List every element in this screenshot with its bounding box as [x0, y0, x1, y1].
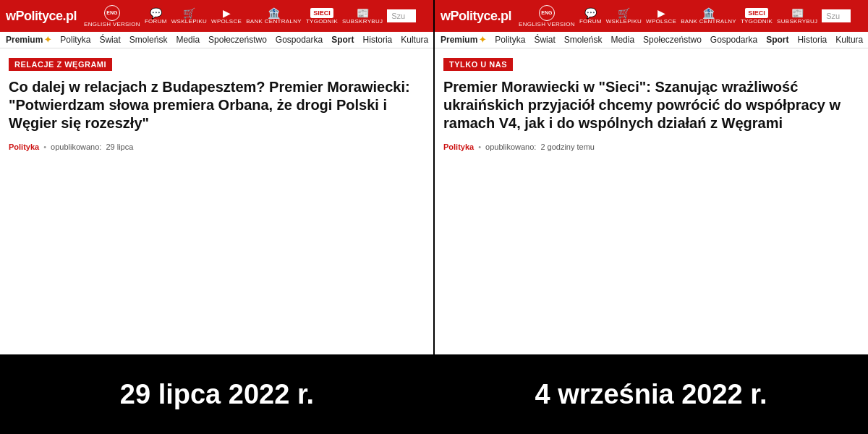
- right-eng-icon: ENG: [539, 5, 555, 21]
- right-sieci-badge: SIECI: [745, 8, 768, 18]
- right-nav-swiat[interactable]: Świat: [534, 35, 555, 45]
- play-icon: ▶: [223, 8, 231, 18]
- left-content: RELACJE Z WĘGRAMI Co dalej w relacjach z…: [0, 48, 433, 354]
- left-nav-media[interactable]: Media: [176, 35, 200, 45]
- left-nav-subscribe[interactable]: 📰 SUBSKRYBUJ: [342, 8, 383, 25]
- right-search-input[interactable]: [822, 9, 851, 22]
- right-nav-wpolsce[interactable]: ▶ WPOLSCE: [646, 8, 676, 25]
- main-container: wPolityce.pl ENG ENGLISH VERSION 💬 FORUM…: [0, 0, 868, 434]
- labels-row: 29 lipca 2022 r. 4 września 2022 r.: [0, 354, 868, 434]
- right-date-label: 4 września 2022 r.: [535, 379, 767, 410]
- right-nav-kultura[interactable]: Kultura: [835, 35, 863, 45]
- right-shop-icon: 🛒: [618, 8, 630, 18]
- shop-icon: 🛒: [183, 8, 195, 18]
- right-article-category[interactable]: Polityka: [443, 142, 474, 151]
- left-nav-bank[interactable]: 🏦 BANK CENTRALNY: [246, 8, 302, 25]
- left-nav-swiat[interactable]: Świat: [99, 35, 120, 45]
- left-nav-smolensk[interactable]: Smoleńsk: [129, 35, 168, 45]
- left-premium-nav[interactable]: Premium ✦: [6, 35, 51, 45]
- right-nav-polityka[interactable]: Polityka: [495, 35, 525, 45]
- left-nav-spoleczenstwo[interactable]: Społeczeństwo: [208, 35, 267, 45]
- left-nav-sport[interactable]: Sport: [331, 35, 354, 45]
- left-article-date: 29 lipca: [106, 142, 133, 151]
- right-bank-icon: 🏦: [702, 8, 715, 18]
- right-sec-nav: Premium ✦ Polityka Świat Smoleńsk Media …: [435, 32, 868, 48]
- left-nav-kultura[interactable]: Kultura: [401, 35, 428, 45]
- right-premium-nav[interactable]: Premium ✦: [441, 35, 486, 45]
- sieci-badge: SIECI: [310, 8, 333, 18]
- right-nav-sieci[interactable]: SIECI TYGODNIK: [741, 8, 773, 25]
- left-article-published: opublikowano:: [51, 142, 101, 151]
- right-nav-subscribe[interactable]: 📰 SUBSKRYBUJ: [777, 8, 817, 25]
- left-article-title: Co dalej w relacjach z Budapesztem? Prem…: [9, 78, 425, 132]
- right-play-icon: ▶: [658, 8, 665, 18]
- left-tag-badge[interactable]: RELACJE Z WĘGRAMI: [9, 58, 112, 71]
- right-nav-bar: wPolityce.pl ENG ENGLISH VERSION 💬 FORUM…: [435, 0, 868, 32]
- left-nav-items: ENG ENGLISH VERSION 💬 FORUM 🛒 WSKLEPIKU …: [84, 5, 427, 27]
- right-nav-media[interactable]: Media: [610, 35, 634, 45]
- left-nav-forum[interactable]: 💬 FORUM: [145, 8, 167, 25]
- right-nav-sport[interactable]: Sport: [766, 35, 788, 45]
- left-nav-wpolsce[interactable]: ▶ WPOLSCE: [211, 8, 242, 25]
- right-subscribe-icon: 📰: [791, 8, 804, 18]
- right-article-published: opublikowano:: [485, 142, 536, 151]
- subscribe-icon: 📰: [357, 8, 369, 18]
- right-nav-smolensk[interactable]: Smoleńsk: [564, 35, 603, 45]
- right-nav-forum[interactable]: 💬 FORUM: [579, 8, 602, 25]
- left-article-meta: Polityka • opublikowano: 29 lipca: [9, 142, 425, 151]
- right-nav-english[interactable]: ENG ENGLISH VERSION: [519, 5, 575, 27]
- right-article-date: 2 godziny temu: [540, 142, 595, 151]
- right-nav-historia[interactable]: Historia: [798, 35, 827, 45]
- right-label-cell: 4 września 2022 r.: [434, 354, 868, 434]
- right-logo: wPolityce.pl: [441, 9, 511, 24]
- right-nav-spoleczenstwo[interactable]: Społeczeństwo: [643, 35, 702, 45]
- forum-icon: 💬: [150, 8, 162, 18]
- left-search-input[interactable]: [387, 9, 416, 22]
- right-panel: wPolityce.pl ENG ENGLISH VERSION 💬 FORUM…: [435, 0, 868, 354]
- panels-row: wPolityce.pl ENG ENGLISH VERSION 💬 FORUM…: [0, 0, 868, 354]
- right-forum-icon: 💬: [584, 8, 597, 18]
- left-nav-shop[interactable]: 🛒 WSKLEPIKU: [171, 8, 207, 25]
- left-article-category[interactable]: Polityka: [9, 142, 39, 151]
- right-article-title: Premier Morawiecki w "Sieci": Szanując w…: [443, 78, 859, 132]
- left-nav-polityka[interactable]: Polityka: [60, 35, 90, 45]
- left-sec-nav: Premium ✦ Polityka Świat Smoleńsk Media …: [0, 32, 433, 48]
- right-article-meta: Polityka • opublikowano: 2 godziny temu: [443, 142, 859, 151]
- left-logo: wPolityce.pl: [6, 9, 77, 24]
- right-nav-bank[interactable]: 🏦 BANK CENTRALNY: [681, 8, 736, 25]
- left-date-label: 29 lipca 2022 r.: [120, 379, 314, 410]
- right-nav-gospodarka[interactable]: Gospodarka: [710, 35, 757, 45]
- bank-icon: 🏦: [268, 8, 280, 18]
- right-nav-shop[interactable]: 🛒 WSKLEPIKU: [606, 8, 642, 25]
- right-tag-badge[interactable]: TYLKO U NAS: [443, 58, 513, 71]
- left-nav-gospodarka[interactable]: Gospodarka: [276, 35, 323, 45]
- left-label-cell: 29 lipca 2022 r.: [0, 354, 434, 434]
- left-nav-sieci[interactable]: SIECI TYGODNIK: [306, 8, 338, 25]
- left-nav-historia[interactable]: Historia: [363, 35, 393, 45]
- right-nav-items: ENG ENGLISH VERSION 💬 FORUM 🛒 WSKLEPIKU …: [519, 5, 862, 27]
- left-nav-bar: wPolityce.pl ENG ENGLISH VERSION 💬 FORUM…: [0, 0, 433, 32]
- eng-icon: ENG: [104, 5, 120, 21]
- right-content: TYLKO U NAS Premier Morawiecki w "Sieci"…: [435, 48, 868, 354]
- left-panel: wPolityce.pl ENG ENGLISH VERSION 💬 FORUM…: [0, 0, 433, 354]
- left-nav-english[interactable]: ENG ENGLISH VERSION: [84, 5, 140, 27]
